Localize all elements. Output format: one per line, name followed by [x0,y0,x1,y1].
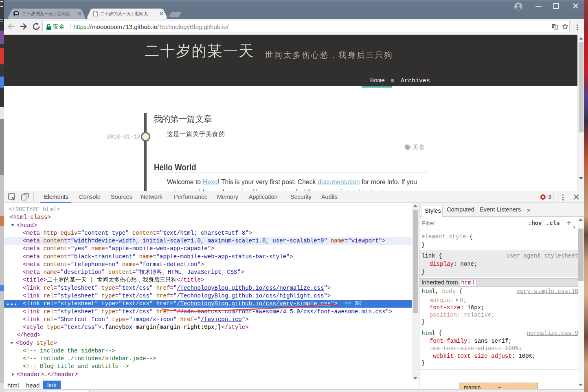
svg-text:x: x [555,26,557,29]
